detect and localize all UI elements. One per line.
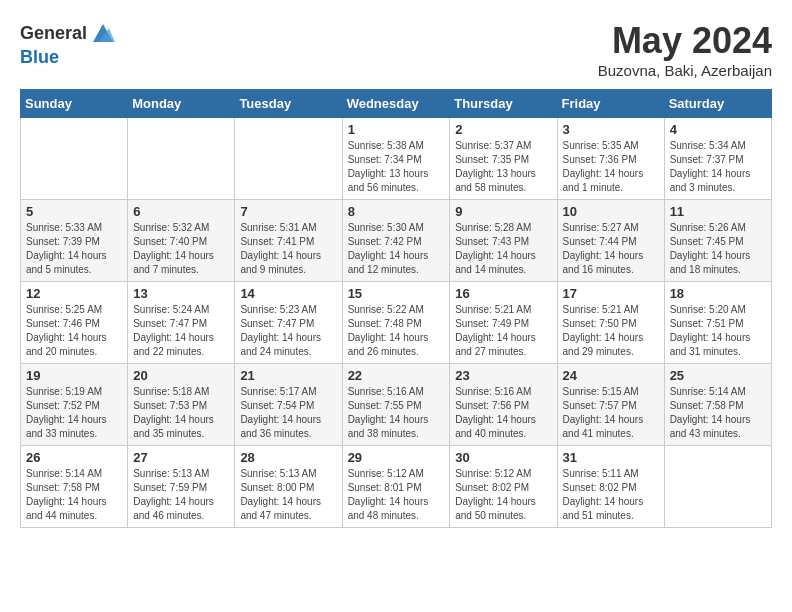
day-info: Sunrise: 5:38 AMSunset: 7:34 PMDaylight:…: [348, 139, 445, 195]
calendar-cell: 6Sunrise: 5:32 AMSunset: 7:40 PMDaylight…: [128, 200, 235, 282]
calendar-week-row: 5Sunrise: 5:33 AMSunset: 7:39 PMDaylight…: [21, 200, 772, 282]
day-info: Sunrise: 5:31 AMSunset: 7:41 PMDaylight:…: [240, 221, 336, 277]
day-info: Sunrise: 5:15 AMSunset: 7:57 PMDaylight:…: [563, 385, 659, 441]
location: Buzovna, Baki, Azerbaijan: [598, 62, 772, 79]
calendar-cell: 16Sunrise: 5:21 AMSunset: 7:49 PMDayligh…: [450, 282, 557, 364]
calendar-cell: 27Sunrise: 5:13 AMSunset: 7:59 PMDayligh…: [128, 446, 235, 528]
day-number: 19: [26, 368, 122, 383]
calendar-cell: 2Sunrise: 5:37 AMSunset: 7:35 PMDaylight…: [450, 118, 557, 200]
calendar-cell: 10Sunrise: 5:27 AMSunset: 7:44 PMDayligh…: [557, 200, 664, 282]
calendar-cell: 7Sunrise: 5:31 AMSunset: 7:41 PMDaylight…: [235, 200, 342, 282]
day-number: 22: [348, 368, 445, 383]
day-number: 13: [133, 286, 229, 301]
day-number: 21: [240, 368, 336, 383]
day-info: Sunrise: 5:16 AMSunset: 7:55 PMDaylight:…: [348, 385, 445, 441]
day-info: Sunrise: 5:28 AMSunset: 7:43 PMDaylight:…: [455, 221, 551, 277]
day-number: 3: [563, 122, 659, 137]
calendar-week-row: 19Sunrise: 5:19 AMSunset: 7:52 PMDayligh…: [21, 364, 772, 446]
day-number: 20: [133, 368, 229, 383]
calendar-cell: 13Sunrise: 5:24 AMSunset: 7:47 PMDayligh…: [128, 282, 235, 364]
logo-text-general: General: [20, 24, 87, 44]
day-number: 15: [348, 286, 445, 301]
calendar-cell: [128, 118, 235, 200]
day-number: 5: [26, 204, 122, 219]
calendar-cell: 14Sunrise: 5:23 AMSunset: 7:47 PMDayligh…: [235, 282, 342, 364]
day-info: Sunrise: 5:30 AMSunset: 7:42 PMDaylight:…: [348, 221, 445, 277]
calendar-cell: 3Sunrise: 5:35 AMSunset: 7:36 PMDaylight…: [557, 118, 664, 200]
day-number: 24: [563, 368, 659, 383]
day-info: Sunrise: 5:22 AMSunset: 7:48 PMDaylight:…: [348, 303, 445, 359]
calendar-week-row: 12Sunrise: 5:25 AMSunset: 7:46 PMDayligh…: [21, 282, 772, 364]
day-info: Sunrise: 5:32 AMSunset: 7:40 PMDaylight:…: [133, 221, 229, 277]
day-info: Sunrise: 5:12 AMSunset: 8:01 PMDaylight:…: [348, 467, 445, 523]
day-number: 7: [240, 204, 336, 219]
day-number: 9: [455, 204, 551, 219]
calendar-cell: 12Sunrise: 5:25 AMSunset: 7:46 PMDayligh…: [21, 282, 128, 364]
logo: General Blue: [20, 20, 117, 68]
day-info: Sunrise: 5:14 AMSunset: 7:58 PMDaylight:…: [670, 385, 766, 441]
calendar-week-row: 26Sunrise: 5:14 AMSunset: 7:58 PMDayligh…: [21, 446, 772, 528]
calendar-cell: 11Sunrise: 5:26 AMSunset: 7:45 PMDayligh…: [664, 200, 771, 282]
calendar-cell: 17Sunrise: 5:21 AMSunset: 7:50 PMDayligh…: [557, 282, 664, 364]
weekday-header-wednesday: Wednesday: [342, 90, 450, 118]
weekday-header-thursday: Thursday: [450, 90, 557, 118]
day-info: Sunrise: 5:21 AMSunset: 7:50 PMDaylight:…: [563, 303, 659, 359]
calendar-cell: 28Sunrise: 5:13 AMSunset: 8:00 PMDayligh…: [235, 446, 342, 528]
calendar-cell: 4Sunrise: 5:34 AMSunset: 7:37 PMDaylight…: [664, 118, 771, 200]
day-info: Sunrise: 5:13 AMSunset: 8:00 PMDaylight:…: [240, 467, 336, 523]
day-info: Sunrise: 5:34 AMSunset: 7:37 PMDaylight:…: [670, 139, 766, 195]
logo-icon: [89, 20, 117, 48]
day-number: 27: [133, 450, 229, 465]
day-info: Sunrise: 5:27 AMSunset: 7:44 PMDaylight:…: [563, 221, 659, 277]
day-number: 12: [26, 286, 122, 301]
weekday-header-monday: Monday: [128, 90, 235, 118]
weekday-header-friday: Friday: [557, 90, 664, 118]
calendar-cell: 19Sunrise: 5:19 AMSunset: 7:52 PMDayligh…: [21, 364, 128, 446]
weekday-header-tuesday: Tuesday: [235, 90, 342, 118]
day-info: Sunrise: 5:17 AMSunset: 7:54 PMDaylight:…: [240, 385, 336, 441]
day-number: 23: [455, 368, 551, 383]
day-info: Sunrise: 5:25 AMSunset: 7:46 PMDaylight:…: [26, 303, 122, 359]
day-info: Sunrise: 5:13 AMSunset: 7:59 PMDaylight:…: [133, 467, 229, 523]
day-number: 4: [670, 122, 766, 137]
calendar-table: SundayMondayTuesdayWednesdayThursdayFrid…: [20, 89, 772, 528]
day-number: 18: [670, 286, 766, 301]
day-number: 14: [240, 286, 336, 301]
calendar-week-row: 1Sunrise: 5:38 AMSunset: 7:34 PMDaylight…: [21, 118, 772, 200]
calendar-cell: 21Sunrise: 5:17 AMSunset: 7:54 PMDayligh…: [235, 364, 342, 446]
calendar-cell: 29Sunrise: 5:12 AMSunset: 8:01 PMDayligh…: [342, 446, 450, 528]
day-number: 26: [26, 450, 122, 465]
weekday-header-sunday: Sunday: [21, 90, 128, 118]
calendar-cell: 18Sunrise: 5:20 AMSunset: 7:51 PMDayligh…: [664, 282, 771, 364]
calendar-cell: 9Sunrise: 5:28 AMSunset: 7:43 PMDaylight…: [450, 200, 557, 282]
day-info: Sunrise: 5:35 AMSunset: 7:36 PMDaylight:…: [563, 139, 659, 195]
calendar-cell: [21, 118, 128, 200]
day-info: Sunrise: 5:11 AMSunset: 8:02 PMDaylight:…: [563, 467, 659, 523]
day-number: 6: [133, 204, 229, 219]
day-number: 8: [348, 204, 445, 219]
weekday-header-saturday: Saturday: [664, 90, 771, 118]
calendar-cell: 15Sunrise: 5:22 AMSunset: 7:48 PMDayligh…: [342, 282, 450, 364]
calendar-cell: 5Sunrise: 5:33 AMSunset: 7:39 PMDaylight…: [21, 200, 128, 282]
day-info: Sunrise: 5:26 AMSunset: 7:45 PMDaylight:…: [670, 221, 766, 277]
day-number: 29: [348, 450, 445, 465]
day-number: 25: [670, 368, 766, 383]
day-info: Sunrise: 5:12 AMSunset: 8:02 PMDaylight:…: [455, 467, 551, 523]
calendar-cell: 30Sunrise: 5:12 AMSunset: 8:02 PMDayligh…: [450, 446, 557, 528]
day-info: Sunrise: 5:20 AMSunset: 7:51 PMDaylight:…: [670, 303, 766, 359]
day-info: Sunrise: 5:16 AMSunset: 7:56 PMDaylight:…: [455, 385, 551, 441]
calendar-cell: 20Sunrise: 5:18 AMSunset: 7:53 PMDayligh…: [128, 364, 235, 446]
day-info: Sunrise: 5:21 AMSunset: 7:49 PMDaylight:…: [455, 303, 551, 359]
day-number: 17: [563, 286, 659, 301]
calendar-cell: 25Sunrise: 5:14 AMSunset: 7:58 PMDayligh…: [664, 364, 771, 446]
day-number: 28: [240, 450, 336, 465]
calendar-cell: 23Sunrise: 5:16 AMSunset: 7:56 PMDayligh…: [450, 364, 557, 446]
calendar-cell: 24Sunrise: 5:15 AMSunset: 7:57 PMDayligh…: [557, 364, 664, 446]
day-info: Sunrise: 5:37 AMSunset: 7:35 PMDaylight:…: [455, 139, 551, 195]
page-header: General Blue May 2024 Buzovna, Baki, Aze…: [20, 20, 772, 79]
day-number: 2: [455, 122, 551, 137]
day-number: 1: [348, 122, 445, 137]
day-number: 30: [455, 450, 551, 465]
day-info: Sunrise: 5:19 AMSunset: 7:52 PMDaylight:…: [26, 385, 122, 441]
title-area: May 2024 Buzovna, Baki, Azerbaijan: [598, 20, 772, 79]
